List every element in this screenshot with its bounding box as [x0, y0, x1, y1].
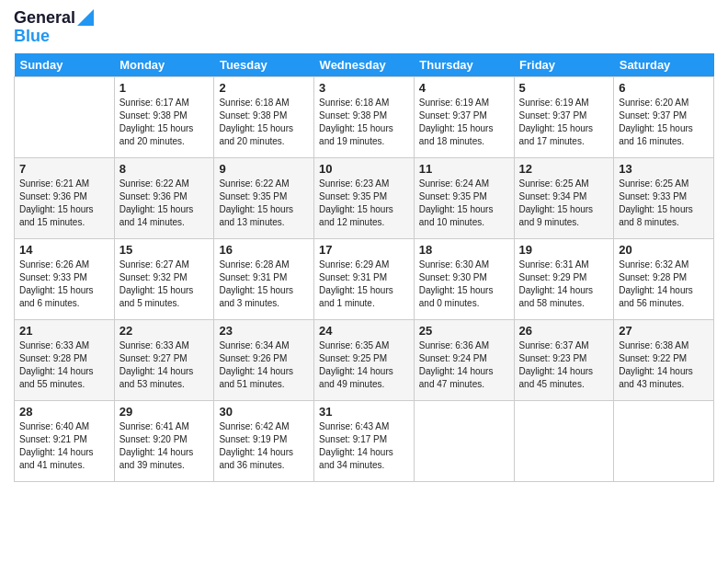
cell-info: Sunrise: 6:25 AM Sunset: 9:34 PM Dayligh…: [519, 178, 609, 229]
cell-week3-day3: 16Sunrise: 6:28 AM Sunset: 9:31 PM Dayli…: [214, 238, 314, 319]
cell-week2-day3: 9Sunrise: 6:22 AM Sunset: 9:35 PM Daylig…: [214, 157, 314, 238]
cell-info: Sunrise: 6:17 AM Sunset: 9:38 PM Dayligh…: [119, 97, 210, 148]
cell-info: Sunrise: 6:37 AM Sunset: 9:23 PM Dayligh…: [519, 339, 609, 391]
day-number: 2: [219, 80, 309, 97]
col-header-wednesday: Wednesday: [314, 53, 415, 77]
cell-week1-day2: 1Sunrise: 6:17 AM Sunset: 9:38 PM Daylig…: [114, 76, 214, 157]
cell-info: Sunrise: 6:21 AM Sunset: 9:36 PM Dayligh…: [19, 178, 109, 229]
cell-info: Sunrise: 6:22 AM Sunset: 9:36 PM Dayligh…: [119, 178, 210, 229]
cell-week4-day1: 21Sunrise: 6:33 AM Sunset: 9:28 PM Dayli…: [15, 319, 115, 400]
cell-info: Sunrise: 6:20 AM Sunset: 9:37 PM Dayligh…: [619, 97, 709, 148]
svg-marker-0: [77, 9, 94, 26]
week-row-1: 1Sunrise: 6:17 AM Sunset: 9:38 PM Daylig…: [15, 76, 714, 157]
day-number: 21: [19, 323, 109, 339]
cell-info: Sunrise: 6:25 AM Sunset: 9:33 PM Dayligh…: [619, 178, 709, 229]
day-number: 11: [419, 161, 509, 178]
cell-week1-day5: 4Sunrise: 6:19 AM Sunset: 9:37 PM Daylig…: [414, 76, 514, 157]
cell-week5-day4: 31Sunrise: 6:43 AM Sunset: 9:17 PM Dayli…: [314, 400, 415, 481]
cell-week1-day6: 5Sunrise: 6:19 AM Sunset: 9:37 PM Daylig…: [514, 76, 614, 157]
page: General Blue SundayMondayTuesdayWednesda…: [0, 0, 728, 563]
cell-info: Sunrise: 6:27 AM Sunset: 9:32 PM Dayligh…: [119, 259, 210, 310]
day-number: 16: [219, 242, 309, 259]
cell-week4-day4: 24Sunrise: 6:35 AM Sunset: 9:25 PM Dayli…: [314, 319, 415, 400]
cell-info: Sunrise: 6:30 AM Sunset: 9:30 PM Dayligh…: [419, 259, 509, 310]
col-header-sunday: Sunday: [15, 53, 115, 77]
cell-week4-day3: 23Sunrise: 6:34 AM Sunset: 9:26 PM Dayli…: [214, 319, 314, 400]
cell-info: Sunrise: 6:32 AM Sunset: 9:28 PM Dayligh…: [619, 259, 709, 310]
header: General Blue: [14, 9, 714, 46]
cell-week2-day1: 7Sunrise: 6:21 AM Sunset: 9:36 PM Daylig…: [15, 157, 115, 238]
cell-week1-day7: 6Sunrise: 6:20 AM Sunset: 9:37 PM Daylig…: [614, 76, 714, 157]
cell-week2-day4: 10Sunrise: 6:23 AM Sunset: 9:35 PM Dayli…: [314, 157, 415, 238]
day-number: 22: [119, 323, 210, 339]
logo-icon: [77, 9, 94, 26]
day-number: 3: [319, 80, 409, 97]
cell-week3-day1: 14Sunrise: 6:26 AM Sunset: 9:33 PM Dayli…: [15, 238, 115, 319]
cell-info: Sunrise: 6:18 AM Sunset: 9:38 PM Dayligh…: [319, 97, 409, 148]
day-number: 8: [119, 161, 210, 178]
cell-info: Sunrise: 6:29 AM Sunset: 9:31 PM Dayligh…: [319, 259, 409, 310]
cell-info: Sunrise: 6:19 AM Sunset: 9:37 PM Dayligh…: [519, 97, 609, 148]
cell-week1-day4: 3Sunrise: 6:18 AM Sunset: 9:38 PM Daylig…: [314, 76, 415, 157]
week-row-5: 28Sunrise: 6:40 AM Sunset: 9:21 PM Dayli…: [15, 400, 714, 481]
day-number: 23: [219, 323, 309, 339]
cell-week2-day2: 8Sunrise: 6:22 AM Sunset: 9:36 PM Daylig…: [114, 157, 214, 238]
cell-info: Sunrise: 6:41 AM Sunset: 9:20 PM Dayligh…: [119, 420, 210, 472]
col-header-friday: Friday: [514, 53, 614, 77]
week-row-4: 21Sunrise: 6:33 AM Sunset: 9:28 PM Dayli…: [15, 319, 714, 400]
day-number: 14: [19, 242, 109, 259]
day-number: 24: [319, 323, 409, 339]
cell-info: Sunrise: 6:22 AM Sunset: 9:35 PM Dayligh…: [219, 178, 309, 229]
day-number: 6: [619, 80, 709, 97]
cell-week5-day6: [514, 400, 614, 481]
day-number: 30: [219, 404, 309, 420]
cell-week5-day5: [414, 400, 514, 481]
cell-week4-day6: 26Sunrise: 6:37 AM Sunset: 9:23 PM Dayli…: [514, 319, 614, 400]
col-header-saturday: Saturday: [614, 53, 714, 77]
cell-week3-day2: 15Sunrise: 6:27 AM Sunset: 9:32 PM Dayli…: [114, 238, 214, 319]
cell-info: Sunrise: 6:35 AM Sunset: 9:25 PM Dayligh…: [319, 339, 409, 391]
day-number: 5: [519, 80, 609, 97]
day-number: 17: [319, 242, 409, 259]
col-header-thursday: Thursday: [414, 53, 514, 77]
cell-info: Sunrise: 6:28 AM Sunset: 9:31 PM Dayligh…: [219, 259, 309, 310]
cell-week2-day7: 13Sunrise: 6:25 AM Sunset: 9:33 PM Dayli…: [614, 157, 714, 238]
day-number: 29: [119, 404, 210, 420]
day-number: 9: [219, 161, 309, 178]
cell-week4-day7: 27Sunrise: 6:38 AM Sunset: 9:22 PM Dayli…: [614, 319, 714, 400]
cell-week4-day2: 22Sunrise: 6:33 AM Sunset: 9:27 PM Dayli…: [114, 319, 214, 400]
cell-week3-day5: 18Sunrise: 6:30 AM Sunset: 9:30 PM Dayli…: [414, 238, 514, 319]
day-number: 25: [419, 323, 509, 339]
cell-info: Sunrise: 6:42 AM Sunset: 9:19 PM Dayligh…: [219, 420, 309, 472]
cell-info: Sunrise: 6:31 AM Sunset: 9:29 PM Dayligh…: [519, 259, 609, 310]
cell-week2-day6: 12Sunrise: 6:25 AM Sunset: 9:34 PM Dayli…: [514, 157, 614, 238]
week-row-2: 7Sunrise: 6:21 AM Sunset: 9:36 PM Daylig…: [15, 157, 714, 238]
cell-week5-day1: 28Sunrise: 6:40 AM Sunset: 9:21 PM Dayli…: [15, 400, 115, 481]
cell-week5-day3: 30Sunrise: 6:42 AM Sunset: 9:19 PM Dayli…: [214, 400, 314, 481]
cell-week3-day6: 19Sunrise: 6:31 AM Sunset: 9:29 PM Dayli…: [514, 238, 614, 319]
day-number: 7: [19, 161, 109, 178]
cell-info: Sunrise: 6:19 AM Sunset: 9:37 PM Dayligh…: [419, 97, 509, 148]
cell-info: Sunrise: 6:33 AM Sunset: 9:27 PM Dayligh…: [119, 339, 210, 391]
logo-general: General: [14, 9, 75, 28]
day-number: 19: [519, 242, 609, 259]
col-header-monday: Monday: [114, 53, 214, 77]
day-number: 13: [619, 161, 709, 178]
day-number: 20: [619, 242, 709, 259]
day-number: 15: [119, 242, 210, 259]
week-row-3: 14Sunrise: 6:26 AM Sunset: 9:33 PM Dayli…: [15, 238, 714, 319]
cell-week1-day3: 2Sunrise: 6:18 AM Sunset: 9:38 PM Daylig…: [214, 76, 314, 157]
day-number: 31: [319, 404, 409, 420]
day-number: 10: [319, 161, 409, 178]
cell-info: Sunrise: 6:18 AM Sunset: 9:38 PM Dayligh…: [219, 97, 309, 148]
day-number: 12: [519, 161, 609, 178]
cell-info: Sunrise: 6:33 AM Sunset: 9:28 PM Dayligh…: [19, 339, 109, 391]
cell-info: Sunrise: 6:40 AM Sunset: 9:21 PM Dayligh…: [19, 420, 109, 472]
logo: General Blue: [14, 9, 94, 46]
cell-info: Sunrise: 6:26 AM Sunset: 9:33 PM Dayligh…: [19, 259, 109, 310]
cell-info: Sunrise: 6:23 AM Sunset: 9:35 PM Dayligh…: [319, 178, 409, 229]
cell-week3-day7: 20Sunrise: 6:32 AM Sunset: 9:28 PM Dayli…: [614, 238, 714, 319]
calendar-table: SundayMondayTuesdayWednesdayThursdayFrid…: [14, 53, 714, 482]
logo-blue: Blue: [14, 28, 50, 46]
day-number: 26: [519, 323, 609, 339]
